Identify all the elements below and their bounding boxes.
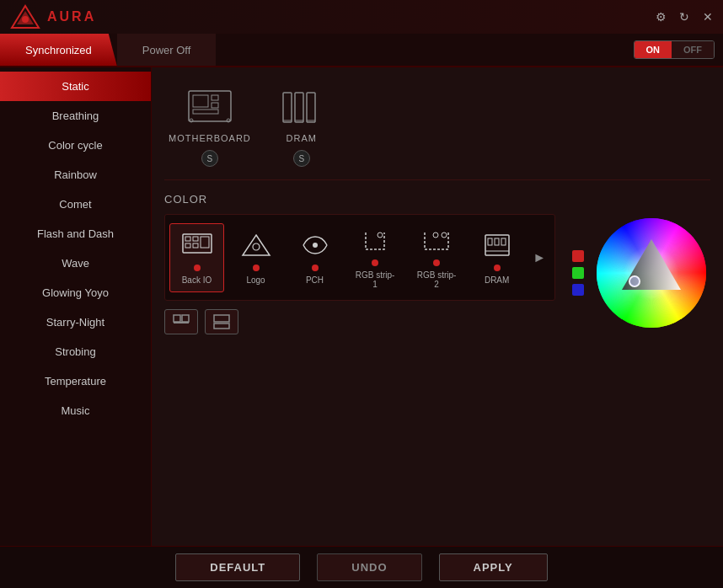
svg-rect-18 (193, 237, 198, 241)
sidebar-item-flash-dash[interactable]: Flash and Dash (0, 219, 151, 249)
sidebar-item-temperature[interactable]: Temperature (0, 366, 151, 396)
component-pch[interactable]: PCH (287, 224, 342, 291)
back-io-dot (194, 265, 201, 271)
color-swatches (572, 250, 584, 296)
color-section: COLOR (164, 193, 710, 533)
rgb-strip-1-dot (372, 259, 378, 266)
color-wheel[interactable] (592, 214, 710, 332)
component-strip: Back IO Logo (164, 214, 555, 301)
rgb-strip-2-dot (433, 259, 440, 266)
svg-rect-30 (488, 238, 492, 245)
svg-rect-34 (182, 315, 189, 322)
tab-poweroff[interactable]: Power Off (117, 34, 217, 66)
svg-rect-35 (174, 322, 189, 323)
title-bar: AURA ⚙ ↻ ✕ (0, 0, 723, 34)
sidebar-item-wave[interactable]: Wave (0, 249, 151, 278)
svg-rect-11 (295, 93, 303, 122)
color-label: COLOR (164, 193, 710, 206)
rgb-strip-2-label: RGB strip-2 (416, 270, 457, 289)
sidebar-item-music[interactable]: Music (0, 396, 151, 425)
logo-dot (253, 265, 260, 271)
sidebar-item-starry-night[interactable]: Starry-Night (0, 307, 151, 337)
color-wheel-container[interactable] (592, 214, 710, 332)
svg-rect-36 (214, 315, 229, 322)
window-controls: ⚙ ↻ ✕ (654, 10, 715, 24)
svg-rect-20 (193, 243, 198, 248)
sidebar-item-breathing[interactable]: Breathing (0, 101, 151, 131)
dram-comp-dot (494, 265, 501, 271)
close-icon[interactable]: ✕ (701, 10, 715, 24)
color-controls: Back IO Logo (164, 214, 710, 334)
svg-rect-5 (212, 95, 218, 100)
pch-label: PCH (306, 275, 324, 285)
sidebar-item-rainbow[interactable]: Rainbow (0, 160, 151, 190)
rog-logo (10, 4, 40, 29)
toggle-switch: ON OFF (634, 40, 715, 59)
content-area: MOTHERBOARD S DRAM S (152, 67, 723, 546)
tab-bar: Synchronized Power Off ON OFF (0, 34, 723, 67)
settings-icon[interactable]: ⚙ (654, 10, 667, 24)
svg-rect-17 (185, 237, 190, 241)
component-rgb-strip-1[interactable]: RGB strip-1 (346, 219, 404, 296)
tab-synchronized[interactable]: Synchronized (0, 34, 117, 66)
svg-rect-21 (201, 237, 209, 248)
apply-button[interactable]: APPLY (439, 553, 548, 581)
component-dram-comp[interactable]: DRAM (469, 224, 524, 291)
color-picker-area (572, 214, 710, 332)
dram-badge: S (293, 150, 310, 167)
dram-label: DRAM (287, 133, 317, 143)
rgb-strip-2-icon (420, 226, 453, 255)
motherboard-label: MOTHERBOARD (169, 133, 251, 143)
logo-label: Logo (246, 275, 265, 285)
preset-button-2[interactable] (205, 309, 238, 334)
svg-point-24 (313, 243, 318, 248)
svg-rect-10 (283, 93, 292, 122)
swatch-green[interactable] (572, 267, 584, 279)
svg-point-23 (253, 243, 260, 250)
svg-rect-31 (495, 238, 499, 245)
sidebar-item-static[interactable]: Static (0, 72, 151, 101)
default-button[interactable]: DEFAULT (175, 553, 300, 581)
svg-point-25 (378, 233, 383, 238)
sidebar-item-glowing-yoyo[interactable]: Glowing Yoyo (0, 278, 151, 307)
svg-point-27 (433, 233, 438, 238)
pch-dot (312, 265, 319, 271)
component-logo[interactable]: Logo (228, 224, 283, 291)
svg-rect-7 (193, 110, 218, 114)
device-dram[interactable]: DRAM S (276, 88, 327, 167)
svg-rect-6 (212, 103, 218, 108)
pch-icon (298, 231, 332, 260)
logo-comp-icon (239, 231, 273, 260)
component-back-io[interactable]: Back IO (169, 223, 224, 292)
sidebar-item-color-cycle[interactable]: Color cycle (0, 131, 151, 160)
sidebar-item-comet[interactable]: Comet (0, 190, 151, 219)
device-motherboard[interactable]: MOTHERBOARD S (169, 88, 251, 167)
back-io-label: Back IO (182, 275, 212, 285)
device-row: MOTHERBOARD S DRAM S (164, 80, 710, 180)
main-layout: Static Breathing Color cycle Rainbow Com… (0, 67, 723, 546)
back-io-icon (180, 231, 214, 260)
refresh-icon[interactable]: ↻ (677, 10, 691, 24)
logo-area: AURA (10, 4, 96, 29)
swatch-red[interactable] (572, 250, 584, 262)
motherboard-icon (185, 88, 235, 126)
sidebar: Static Breathing Color cycle Rainbow Com… (0, 67, 152, 546)
sidebar-item-strobing[interactable]: Strobing (0, 337, 151, 366)
preset-button-1[interactable] (164, 309, 198, 334)
toggle-off-button[interactable]: OFF (672, 41, 714, 58)
component-rgb-strip-2[interactable]: RGB strip-2 (408, 219, 465, 296)
toggle-area: ON OFF (634, 34, 715, 66)
svg-rect-32 (501, 238, 506, 245)
dram-comp-icon (480, 231, 514, 260)
swatch-blue[interactable] (572, 284, 584, 296)
motherboard-badge: S (201, 150, 218, 167)
bottom-bar: DEFAULT UNDO APPLY (0, 546, 723, 588)
strip-next-arrow[interactable]: ► (528, 246, 550, 270)
app-title: AURA (47, 9, 96, 24)
svg-rect-12 (307, 93, 315, 122)
rgb-strip-1-icon (358, 226, 392, 255)
svg-marker-22 (243, 235, 270, 255)
svg-rect-19 (185, 243, 190, 248)
undo-button[interactable]: UNDO (317, 553, 421, 581)
toggle-on-button[interactable]: ON (635, 41, 672, 58)
